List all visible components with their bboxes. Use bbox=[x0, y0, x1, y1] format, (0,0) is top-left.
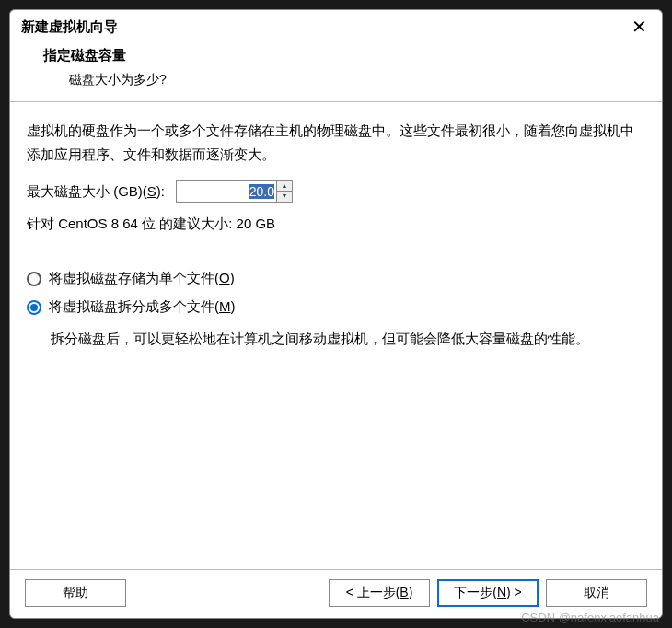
radio-split-files[interactable]: 将虚拟磁盘拆分成多个文件(M) bbox=[27, 298, 645, 316]
wizard-header: 指定磁盘容量 磁盘大小为多少? bbox=[10, 40, 662, 101]
window-title: 新建虚拟机向导 bbox=[21, 18, 118, 36]
page-title: 指定磁盘容量 bbox=[43, 47, 651, 64]
disk-size-spinner[interactable]: 20.0 ▲ ▼ bbox=[176, 180, 293, 203]
next-button[interactable]: 下一步(N) > bbox=[437, 579, 539, 607]
back-button[interactable]: < 上一步(B) bbox=[329, 579, 430, 607]
radio-icon bbox=[27, 300, 41, 315]
titlebar: 新建虚拟机向导 ✕ bbox=[10, 10, 662, 40]
spinner-up-icon[interactable]: ▲ bbox=[277, 181, 292, 192]
close-icon[interactable]: ✕ bbox=[628, 17, 651, 36]
description-text: 虚拟机的硬盘作为一个或多个文件存储在主机的物理磁盘中。这些文件最初很小，随着您向… bbox=[27, 119, 645, 166]
split-files-description: 拆分磁盘后，可以更轻松地在计算机之间移动虚拟机，但可能会降低大容量磁盘的性能。 bbox=[51, 327, 645, 351]
cancel-button[interactable]: 取消 bbox=[546, 579, 647, 607]
max-disk-size-label: 最大磁盘大小 (GB)(S): bbox=[27, 183, 165, 201]
recommended-size-text: 针对 CentOS 8 64 位 的建议大小: 20 GB bbox=[27, 215, 645, 233]
spinner-down-icon[interactable]: ▼ bbox=[277, 192, 292, 202]
wizard-window: 新建虚拟机向导 ✕ 指定磁盘容量 磁盘大小为多少? 虚拟机的硬盘作为一个或多个文… bbox=[9, 9, 663, 619]
radio-split-files-label: 将虚拟磁盘拆分成多个文件(M) bbox=[49, 298, 236, 316]
page-subtitle: 磁盘大小为多少? bbox=[43, 72, 651, 88]
disk-storage-radiogroup: 将虚拟磁盘存储为单个文件(O) 将虚拟磁盘拆分成多个文件(M) 拆分磁盘后，可以… bbox=[27, 270, 645, 351]
max-disk-size-row: 最大磁盘大小 (GB)(S): 20.0 ▲ ▼ bbox=[27, 180, 645, 203]
help-button[interactable]: 帮助 bbox=[25, 579, 126, 607]
radio-single-file[interactable]: 将虚拟磁盘存储为单个文件(O) bbox=[27, 270, 645, 287]
radio-single-file-label: 将虚拟磁盘存储为单个文件(O) bbox=[49, 270, 235, 287]
disk-size-input[interactable]: 20.0 bbox=[177, 181, 276, 202]
radio-icon bbox=[27, 272, 41, 286]
content-area: 虚拟机的硬盘作为一个或多个文件存储在主机的物理磁盘中。这些文件最初很小，随着您向… bbox=[10, 102, 662, 569]
spinner-controls: ▲ ▼ bbox=[276, 181, 292, 202]
footer: 帮助 < 上一步(B) 下一步(N) > 取消 bbox=[10, 570, 662, 618]
